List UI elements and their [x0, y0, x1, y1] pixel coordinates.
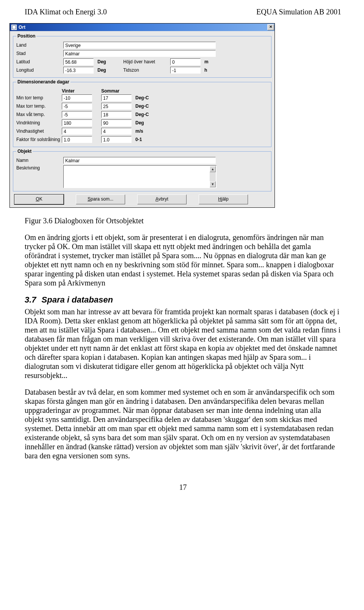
dialog-titlebar[interactable]: Ort ✕ [10, 24, 275, 31]
paragraph-1: Om en ändring gjorts i ett objekt, som ä… [25, 233, 341, 287]
winter-input[interactable]: -5 [62, 111, 92, 118]
scroll-down-icon[interactable]: ▼ [210, 181, 216, 187]
design-row-unit: m/s [135, 129, 158, 134]
object-group: Objekt Namn Kalmar Beskrivning ▲ ▼ [13, 149, 271, 191]
section-heading: 3.7Spara i databasen [25, 295, 341, 305]
stad-label: Stad [16, 51, 62, 56]
design-row: Max våt temp.-518Deg-C [16, 110, 268, 119]
design-row-unit: Deg-C [135, 95, 158, 100]
dialog-title: Ort [19, 25, 25, 30]
summer-input[interactable]: 1.0 [101, 136, 132, 143]
design-row: Min torr temp-1017Deg-C [16, 94, 268, 102]
design-row-unit: Deg [135, 120, 158, 125]
summer-input[interactable]: 25 [101, 103, 132, 110]
scroll-up-icon[interactable]: ▲ [210, 166, 216, 172]
summer-input[interactable]: 17 [101, 94, 132, 101]
design-row-unit: Deg-C [135, 112, 158, 117]
land-input[interactable]: Sverige [63, 42, 216, 49]
ok-button[interactable]: OK [14, 194, 64, 204]
height-input[interactable]: 0 [170, 58, 201, 65]
latitude-label: Latitud [16, 59, 62, 64]
design-row-label: Max torr temp. [16, 103, 62, 109]
object-name-input[interactable]: Kalmar [63, 157, 216, 164]
close-icon[interactable]: ✕ [267, 24, 274, 30]
design-row-unit: 0-1 [135, 137, 158, 142]
design-row-label: Faktor för solstrålning [16, 137, 62, 142]
ort-dialog: Ort ✕ Position Land Sverige Stad Kalmar [9, 23, 275, 208]
doc-header-right: EQUA Simulation AB 2001 [256, 8, 341, 16]
object-name-label: Namn [16, 158, 62, 163]
design-row-unit: Deg-C [135, 103, 158, 109]
save-as-button[interactable]: Spara som... [76, 194, 125, 204]
object-legend: Objekt [16, 149, 33, 154]
paragraph-2: Objekt som man har intresse av att bevar… [25, 307, 341, 380]
timezone-unit: h [204, 67, 223, 73]
timezone-label: Tidszon [123, 67, 169, 73]
design-row: Vindhastighet44m/s [16, 127, 268, 135]
design-row-label: Min torr temp [16, 95, 62, 100]
app-icon [11, 24, 17, 30]
col-winter-header: Vinter [62, 88, 94, 94]
design-row: Vindriktning18090Deg [16, 119, 268, 127]
paragraph-3: Databasen består av två delar, en som ko… [25, 387, 341, 460]
page-number: 17 [25, 483, 341, 492]
design-row-label: Vindriktning [16, 120, 62, 125]
land-label: Land [16, 42, 62, 48]
winter-input[interactable]: -10 [62, 94, 92, 101]
winter-input[interactable]: -5 [62, 103, 92, 110]
winter-input[interactable]: 180 [62, 119, 92, 126]
summer-input[interactable]: 4 [101, 128, 132, 135]
longitude-unit: Deg [97, 67, 116, 73]
winter-input[interactable]: 1.0 [62, 136, 92, 143]
timezone-input[interactable]: -1 [170, 67, 201, 74]
summer-input[interactable]: 18 [101, 111, 132, 118]
height-label: Höjd över havet [123, 59, 169, 64]
height-unit: m [204, 59, 223, 64]
figure-caption: Figur 3.6 Dialogboxen för Ortsobjektet [25, 216, 341, 225]
latitude-input[interactable]: 56.68 [63, 58, 94, 65]
latitude-unit: Deg [97, 59, 116, 64]
design-row-label: Vindhastighet [16, 129, 62, 134]
position-legend: Position [16, 33, 36, 39]
design-days-group: Dimensionerande dagar . Vinter Sommar Mi… [13, 79, 271, 147]
position-group: Position Land Sverige Stad Kalmar Latitu… [13, 33, 271, 78]
scrollbar[interactable]: ▲ ▼ [210, 166, 216, 187]
design-row: Max torr temp.-525Deg-C [16, 102, 268, 110]
col-summer-header: Sommar [101, 88, 133, 94]
design-row-label: Max våt temp. [16, 112, 62, 117]
help-button[interactable]: Hjälp [199, 194, 248, 204]
object-desc-label: Beskrivning [16, 165, 62, 171]
design-row: Faktor för solstrålning1.01.00-1 [16, 135, 268, 144]
summer-input[interactable]: 90 [101, 119, 132, 126]
design-days-legend: Dimensionerande dagar [16, 79, 71, 85]
winter-input[interactable]: 4 [62, 128, 92, 135]
doc-header-left: IDA Klimat och Energi 3.0 [25, 8, 107, 16]
stad-input[interactable]: Kalmar [63, 50, 216, 57]
object-desc-textarea[interactable]: ▲ ▼ [63, 165, 217, 188]
longitude-input[interactable]: -16.3 [63, 67, 94, 74]
longitude-label: Longitud [16, 67, 62, 73]
cancel-button[interactable]: Avbryt [137, 194, 187, 204]
